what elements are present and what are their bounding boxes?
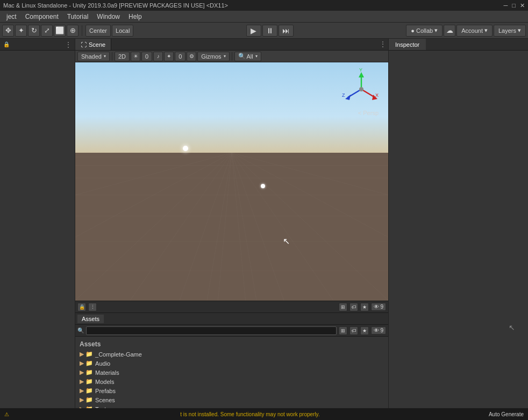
- list-item[interactable]: ▶ 📁 Audio: [75, 359, 388, 368]
- scene-tab-icon: ⛶: [81, 41, 87, 48]
- svg-line-12: [232, 153, 284, 301]
- svg-line-7: [75, 153, 232, 301]
- menu-item-component[interactable]: Component: [21, 12, 63, 22]
- svg-point-30: [359, 87, 363, 91]
- collab-button[interactable]: ● Collab ▾: [406, 25, 443, 37]
- pivot-mode-button[interactable]: Center: [85, 25, 111, 37]
- inspector-tab-label: Inspector: [395, 41, 419, 48]
- scene-star-icon[interactable]: ★: [360, 303, 369, 311]
- scene-effects-icon[interactable]: ✦: [164, 52, 174, 61]
- gizmos-button[interactable]: Gizmos: [197, 52, 229, 61]
- svg-line-9: [130, 153, 232, 301]
- status-bar: ⚠ t is not installed. Some functionality…: [0, 408, 528, 420]
- toolbar-separator-1: [82, 25, 82, 36]
- tool-scale[interactable]: ⤢: [41, 25, 53, 37]
- scene-count-label: 9: [380, 304, 383, 310]
- assets-label: Assets: [80, 340, 101, 348]
- asset-name: Audio: [95, 360, 110, 367]
- account-label: Account: [461, 27, 483, 34]
- scene-tab-label: Scene: [89, 41, 105, 48]
- cloud-button[interactable]: ☁: [444, 25, 455, 37]
- status-right-text: Auto Generate: [489, 411, 524, 417]
- directional-light: [183, 146, 188, 151]
- status-warning-text: t is not installed. Some functionality m…: [180, 411, 319, 417]
- tool-rect[interactable]: ⬜: [54, 25, 66, 37]
- menu-item-project[interactable]: ject: [2, 12, 21, 22]
- scene-audio-icon[interactable]: ♪: [153, 52, 163, 61]
- scene-toolbar-sep-1: [112, 52, 112, 61]
- collab-dropdown-icon: ▾: [434, 27, 438, 34]
- account-button[interactable]: Account ▾: [456, 25, 493, 37]
- inspector-tab[interactable]: Inspector: [389, 39, 426, 50]
- search-all-button[interactable]: 🔍 All: [234, 52, 261, 61]
- fav-count-icon: 👁: [374, 328, 379, 333]
- scene-focus-point: [261, 184, 265, 188]
- scene-effects-count[interactable]: 0: [175, 52, 185, 61]
- sidebar-menu-icon[interactable]: ⋮: [65, 41, 72, 48]
- svg-line-20: [75, 153, 232, 195]
- list-item[interactable]: ▶ 📁 Models: [75, 377, 388, 386]
- scene-bottom-menu[interactable]: ⋮: [88, 303, 97, 311]
- title-bar: Mac & Linux Standalone - Unity 2019.3.0a…: [0, 0, 528, 11]
- sidebar-lock-icon: 🔒: [3, 41, 10, 47]
- scene-lighting-icon[interactable]: ☀: [131, 52, 140, 61]
- svg-line-10: [232, 153, 333, 301]
- scene-gizmo[interactable]: Y X Z: [340, 68, 383, 111]
- menu-item-help[interactable]: Help: [124, 12, 146, 22]
- step-button[interactable]: ⏭: [279, 25, 294, 37]
- account-dropdown-icon: ▾: [484, 27, 488, 34]
- scene-settings-icon[interactable]: ⚙: [187, 52, 196, 61]
- list-item[interactable]: ▶ 📁 Materials: [75, 368, 388, 377]
- shading-mode-button[interactable]: Shaded: [77, 52, 110, 61]
- menu-item-tutorial[interactable]: Tutorial: [63, 12, 93, 22]
- scene-cursor: ↖: [283, 236, 291, 247]
- assets-filter-icon[interactable]: ⊞: [339, 326, 347, 335]
- asset-name: Materials: [95, 369, 119, 376]
- folder-icon: ▶ 📁: [80, 396, 93, 403]
- scene-filter-icon[interactable]: ⊞: [339, 303, 347, 311]
- list-item[interactable]: ▶ 📁 Scenes: [75, 395, 388, 404]
- tool-hand[interactable]: ✥: [2, 25, 14, 37]
- right-panel: Inspector ↖: [388, 39, 528, 420]
- folder-icon: ▶ 📁: [80, 369, 93, 376]
- svg-line-19: [232, 153, 388, 195]
- list-item[interactable]: ▶ 📁 Textures: [75, 404, 388, 408]
- scene-audio-count[interactable]: 0: [141, 52, 152, 61]
- asset-name: Models: [95, 379, 114, 385]
- close-btn[interactable]: ✕: [520, 2, 525, 9]
- play-controls: ▶ ⏸ ⏭: [246, 25, 294, 37]
- assets-tag-icon[interactable]: 🏷: [349, 326, 358, 335]
- status-warning-icon: ⚠: [4, 411, 9, 417]
- assets-search-input[interactable]: [86, 326, 337, 335]
- layers-button[interactable]: Layers ▾: [494, 25, 526, 37]
- pause-button[interactable]: ⏸: [262, 25, 277, 37]
- scene-tab-menu-icon[interactable]: ⋮: [380, 40, 386, 48]
- assets-tab-label: Assets: [82, 316, 99, 322]
- svg-text:Y: Y: [359, 68, 362, 73]
- tool-transform[interactable]: ⊕: [67, 25, 79, 37]
- scene-viewport[interactable]: Y X Z < Persp ↖: [75, 62, 388, 301]
- folder-icon: ▶ 📁: [80, 378, 93, 385]
- menu-item-window[interactable]: Window: [92, 12, 124, 22]
- assets-star-icon[interactable]: ★: [360, 326, 369, 335]
- svg-marker-22: [359, 72, 364, 77]
- scene-tag-icon[interactable]: 🏷: [349, 303, 358, 311]
- space-mode-button[interactable]: Local: [112, 25, 133, 37]
- assets-tab[interactable]: Assets: [77, 315, 104, 323]
- tool-rotate[interactable]: ↻: [28, 25, 40, 37]
- minimize-icon[interactable]: ─: [504, 2, 508, 9]
- collab-icon: ●: [411, 27, 415, 34]
- search-all-label: All: [247, 53, 253, 60]
- title-controls: ─ □ ✕: [504, 2, 525, 9]
- 2d-toggle[interactable]: 2D: [115, 52, 130, 61]
- scene-lock-icon[interactable]: 🔒: [77, 303, 86, 311]
- svg-line-15: [218, 153, 232, 301]
- list-item[interactable]: ▶ 📁 _Complete-Game: [75, 350, 388, 359]
- left-sidebar-header: 🔒 ⋮: [0, 39, 75, 51]
- play-button[interactable]: ▶: [246, 25, 261, 37]
- close-icon[interactable]: □: [512, 2, 516, 9]
- tool-move[interactable]: ✦: [15, 25, 27, 37]
- scene-tab[interactable]: ⛶ Scene: [75, 39, 111, 50]
- asset-name: Scenes: [95, 397, 115, 403]
- list-item[interactable]: ▶ 📁 Prefabs: [75, 386, 388, 395]
